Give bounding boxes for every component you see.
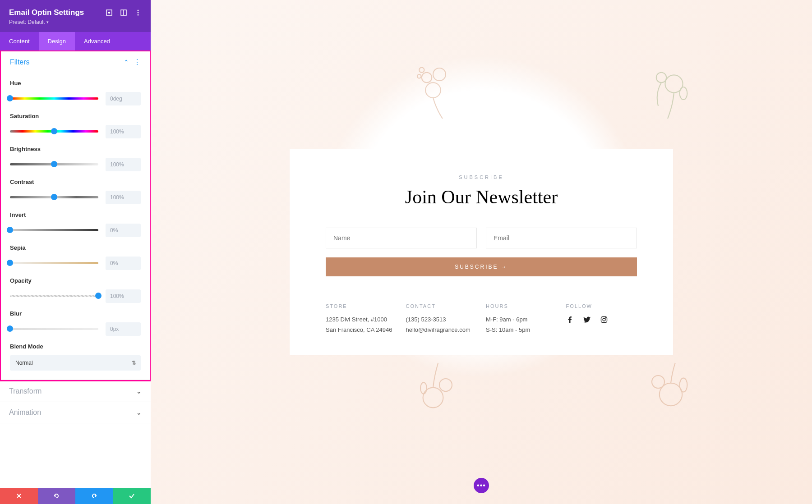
contact-heading: CONTACT (406, 303, 477, 309)
hours-heading: HOURS (486, 303, 557, 309)
preset-dropdown[interactable]: Preset: Default (9, 19, 49, 25)
contact-line: (135) 523-3513 (406, 316, 477, 323)
undo-button[interactable] (38, 488, 76, 504)
svg-point-1 (109, 12, 110, 14)
hours-line: M-F: 9am - 6pm (486, 316, 557, 323)
blur-value[interactable] (106, 322, 141, 336)
saturation-slider[interactable] (10, 130, 98, 133)
opacity-label: Opacity (10, 277, 141, 284)
svg-point-10 (433, 68, 446, 81)
hue-label: Hue (10, 80, 141, 87)
brightness-slider[interactable] (10, 163, 98, 166)
section-menu-icon[interactable]: ⋮ (134, 58, 141, 66)
opacity-value[interactable] (106, 289, 141, 303)
svg-point-21 (652, 376, 664, 388)
sepia-label: Sepia (10, 244, 141, 251)
settings-panel: Email Optin Settings Preset: Default Con… (0, 0, 151, 504)
panel-body: Filters ⌃ ⋮ Hue (0, 50, 151, 488)
contrast-slider[interactable] (10, 196, 98, 199)
animation-section-header[interactable]: Animation ⌄ (0, 402, 151, 423)
flower-decoration-icon (408, 59, 471, 122)
flower-decoration-icon (636, 360, 699, 423)
svg-point-13 (417, 74, 421, 78)
filters-title: Filters (10, 58, 30, 66)
hours-line: S-S: 10am - 5pm (486, 326, 557, 333)
svg-point-15 (656, 73, 666, 82)
follow-heading: FOLLOW (566, 303, 637, 309)
flower-decoration-icon (408, 360, 471, 423)
sepia-slider[interactable] (10, 261, 98, 265)
dots-icon: ••• (477, 481, 486, 490)
hue-slider[interactable] (10, 97, 98, 101)
svg-point-18 (439, 379, 452, 391)
contrast-label: Contrast (10, 179, 141, 185)
blur-slider[interactable] (10, 327, 98, 331)
transform-title: Transform (9, 387, 42, 395)
svg-point-9 (422, 73, 432, 82)
builder-fab-button[interactable]: ••• (474, 478, 489, 493)
chevron-down-icon: ⌄ (136, 388, 142, 395)
svg-point-12 (419, 68, 424, 73)
card-title: Join Our Newsletter (326, 186, 637, 208)
svg-point-16 (680, 87, 687, 100)
svg-point-4 (138, 10, 139, 11)
store-line: 1235 Divi Street, #1000 (326, 316, 397, 323)
svg-point-24 (603, 318, 605, 321)
twitter-icon[interactable] (583, 316, 591, 323)
invert-slider[interactable] (10, 229, 98, 232)
panel-header: Email Optin Settings Preset: Default (0, 0, 151, 32)
more-icon[interactable] (134, 9, 142, 16)
brightness-value[interactable] (106, 158, 141, 171)
blend-select[interactable] (10, 355, 141, 371)
flower-decoration-icon (636, 59, 699, 122)
subscribe-button[interactable]: SUBSCRIBE → (326, 257, 637, 276)
panel-footer (0, 488, 151, 504)
svg-point-11 (425, 82, 441, 98)
brightness-label: Brightness (10, 146, 141, 152)
svg-point-25 (605, 317, 606, 318)
tab-design[interactable]: Design (39, 32, 75, 50)
tab-advanced[interactable]: Advanced (75, 32, 119, 50)
invert-value[interactable] (106, 224, 141, 237)
save-button[interactable] (113, 488, 151, 504)
preview-canvas: SUBSCRIBE Join Our Newsletter SUBSCRIBE … (151, 0, 812, 504)
saturation-label: Saturation (10, 113, 141, 119)
animation-title: Animation (9, 408, 41, 417)
expand-icon[interactable] (120, 9, 127, 16)
sepia-value[interactable] (106, 257, 141, 270)
invert-label: Invert (10, 211, 141, 218)
eyebrow: SUBSCRIBE (326, 174, 637, 180)
chevron-up-icon: ⌃ (124, 59, 129, 66)
svg-point-19 (420, 382, 427, 394)
name-field[interactable] (326, 228, 477, 248)
email-field[interactable] (486, 228, 637, 248)
saturation-value[interactable] (106, 125, 141, 138)
contrast-value[interactable] (106, 191, 141, 204)
contact-line: hello@divifragrance.com (406, 326, 477, 333)
hue-value[interactable] (106, 92, 141, 105)
svg-point-22 (680, 378, 687, 392)
svg-point-6 (138, 14, 139, 16)
store-heading: STORE (326, 303, 397, 309)
cancel-button[interactable] (0, 488, 38, 504)
redo-button[interactable] (75, 488, 113, 504)
blend-label: Blend Mode (10, 343, 141, 350)
store-line: San Francisco, CA 24946 (326, 326, 397, 333)
svg-point-5 (138, 12, 139, 14)
newsletter-card: SUBSCRIBE Join Our Newsletter SUBSCRIBE … (290, 149, 673, 355)
focus-icon[interactable] (106, 9, 113, 16)
chevron-down-icon: ⌄ (136, 409, 142, 416)
filters-section-header[interactable]: Filters ⌃ ⋮ (1, 51, 150, 73)
opacity-slider[interactable] (10, 294, 98, 298)
blur-label: Blur (10, 310, 141, 317)
transform-section-header[interactable]: Transform ⌄ (0, 381, 151, 402)
panel-title: Email Optin Settings (9, 8, 84, 17)
instagram-icon[interactable] (600, 316, 608, 323)
facebook-icon[interactable] (566, 316, 573, 323)
tab-content[interactable]: Content (0, 32, 39, 50)
panel-tabs: Content Design Advanced (0, 32, 151, 50)
